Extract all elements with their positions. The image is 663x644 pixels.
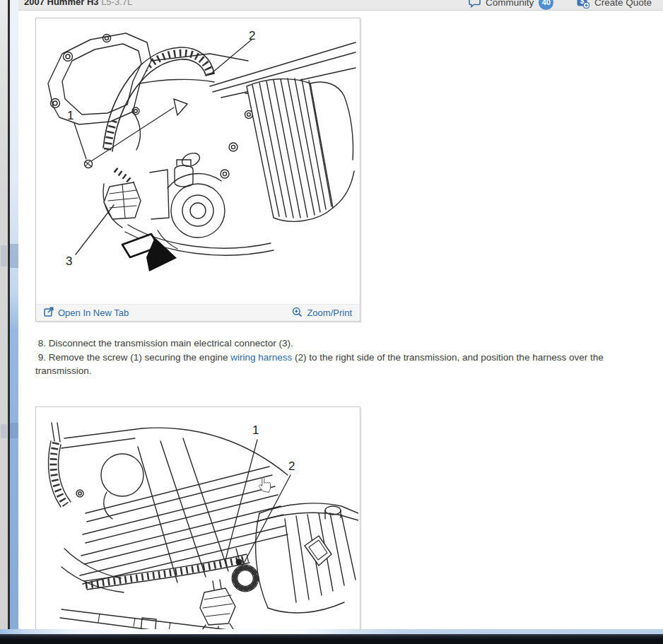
instruction-steps: 8. Disconnect the transmission main elec… [35, 336, 637, 378]
community-count-badge: 40 [539, 0, 553, 10]
step-8: 8. Disconnect the transmission main elec… [35, 336, 637, 351]
bottom-dark-bar [0, 634, 663, 644]
figure1-callout-3: 3 [66, 254, 72, 269]
page-header: 2007 Hummer H3 L5-3.7L Community 40 [18, 0, 663, 11]
community-label: Community [486, 0, 534, 8]
figure2-callout-2: 2 [288, 459, 295, 474]
step-9: 9. Remove the screw (1) securing the eng… [35, 351, 637, 378]
frame-smudge [10, 423, 18, 438]
vehicle-title: 2007 Hummer H3 L5-3.7L [24, 0, 132, 11]
left-window-frame [10, 0, 18, 636]
create-quote-button[interactable]: $ Create Quote [577, 0, 652, 11]
frame-smudge [10, 244, 18, 268]
vehicle-engine: L5-3.7L [101, 0, 132, 7]
figure1-toolbar: Open In New Tab Zoom/Print [36, 304, 360, 321]
figure1-callout-1: 1 [67, 109, 74, 123]
open-in-new-tab-icon [44, 307, 54, 319]
quote-dollar-icon: $ [577, 0, 589, 8]
figure-box-2: 1 2 [35, 406, 360, 644]
open-in-new-tab-label: Open In New Tab [58, 308, 129, 318]
screen: 2007 Hummer H3 L5-3.7L Community 40 [0, 0, 663, 644]
zoom-plus-icon [292, 307, 303, 320]
transmission-diagram-2-image[interactable] [36, 407, 358, 644]
open-in-new-tab-link[interactable]: Open In New Tab [44, 307, 129, 319]
gutter-smudge [1, 424, 7, 438]
zoom-print-label: Zoom/Print [307, 308, 352, 318]
community-button[interactable]: Community 40 [469, 0, 553, 11]
page: 2007 Hummer H3 L5-3.7L Community 40 [18, 0, 663, 644]
figure-box-1: 1 2 3 Open In New Tab [35, 18, 360, 322]
wiring-harness-link[interactable]: wiring harness [230, 352, 292, 363]
figure2-callout-1: 1 [252, 423, 259, 438]
speech-bubble-icon [469, 0, 481, 8]
left-gutter [0, 0, 8, 644]
transmission-diagram-1-image[interactable] [36, 18, 358, 307]
create-quote-label: Create Quote [594, 0, 652, 8]
vehicle-name: 2007 Hummer H3 [24, 0, 99, 7]
zoom-print-link[interactable]: Zoom/Print [292, 307, 352, 320]
step-9-text: 9. Remove the screw (1) securing the eng… [35, 352, 230, 363]
figure1-callout-2: 2 [249, 29, 255, 43]
gutter-smudge [1, 245, 7, 267]
